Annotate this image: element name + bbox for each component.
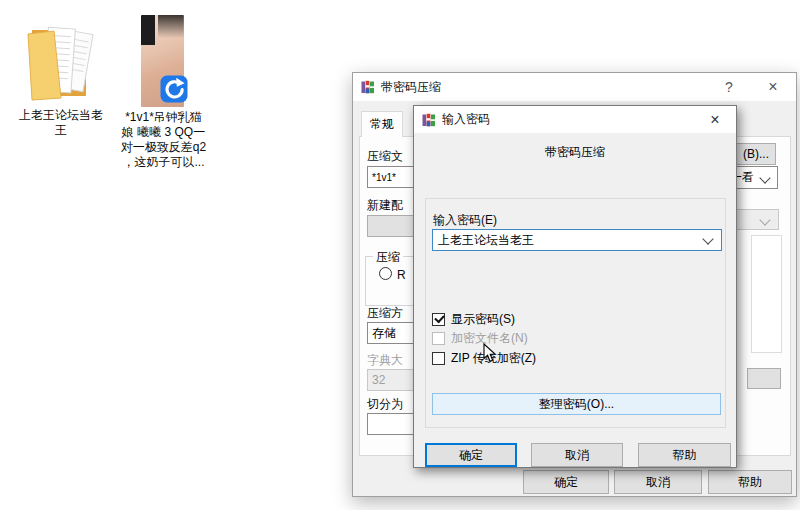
close-icon: ×	[768, 78, 777, 96]
inner-cancel-label: 取消	[565, 447, 589, 464]
format-radio[interactable]	[379, 267, 392, 280]
outer-help-label: 帮助	[738, 474, 762, 491]
outer-help-button-bottom[interactable]: 帮助	[708, 470, 792, 494]
format-radio-label: R	[397, 268, 406, 282]
inner-help-label: 帮助	[673, 447, 697, 464]
inner-cancel-button[interactable]: 取消	[531, 443, 623, 467]
browse-button-label: (B)...	[743, 147, 769, 161]
options-panel	[751, 235, 782, 353]
archive-operation-heading: 带密码压缩	[414, 144, 736, 161]
chevron-down-icon	[702, 233, 713, 244]
profile-label: 新建配	[367, 197, 403, 214]
inner-dialog-titlebar[interactable]: 输入密码	[414, 106, 736, 133]
archive-name-value: *1v1*	[368, 172, 396, 183]
checkbox-checked-icon	[432, 313, 445, 326]
checkbox-show-password[interactable]: 显示密码(S)	[432, 311, 515, 328]
archive-name-label: 压缩文	[367, 148, 403, 165]
outer-close-button[interactable]: ×	[758, 73, 788, 101]
organize-passwords-button[interactable]: 整理密码(O)...	[432, 393, 721, 415]
tab-general-label: 常规	[370, 116, 394, 133]
inner-help-button[interactable]: 帮助	[638, 443, 731, 467]
inner-ok-button[interactable]: 确定	[425, 443, 517, 467]
outer-cancel-button[interactable]: 取消	[614, 470, 702, 494]
compression-method-label: 压缩方	[367, 305, 403, 322]
enter-password-label: 输入密码(E)	[433, 212, 497, 229]
outer-ok-label: 确定	[554, 474, 578, 491]
split-volumes-label: 切分为	[367, 396, 403, 413]
file-label-line1: *1v1*吊钟乳猫	[115, 110, 212, 125]
winrar-icon	[422, 113, 436, 127]
password-value: 上老王论坛当老王	[433, 232, 704, 249]
dictionary-size-label: 字典大	[367, 352, 403, 369]
tab-general[interactable]: 常规	[361, 111, 403, 137]
organize-passwords-label: 整理密码(O)...	[539, 396, 614, 413]
file-label-line3: 对一极致反差q2	[115, 140, 212, 155]
folder-label-line2: 王	[2, 123, 120, 138]
folder-icon[interactable]	[24, 16, 98, 106]
chevron-down-icon	[759, 214, 770, 225]
inner-dialog-title: 输入密码	[442, 111, 490, 128]
outer-help-button[interactable]: ?	[714, 73, 744, 101]
mouse-cursor	[483, 343, 497, 363]
show-password-label: 显示密码(S)	[451, 311, 515, 328]
file-label-line2: 娘 曦曦 3 QQ一	[115, 125, 212, 140]
inner-close-button[interactable]: ×	[700, 106, 730, 133]
chevron-down-icon	[759, 172, 770, 183]
winrar-icon	[361, 80, 375, 94]
file-label-line4: ，这奶子可以...	[115, 155, 212, 170]
folder-label[interactable]: 上老王论坛当老 王	[2, 108, 120, 138]
video-app-badge-icon	[160, 75, 188, 103]
close-icon: ×	[710, 111, 719, 129]
outer-ok-button[interactable]: 确定	[523, 470, 609, 494]
archive-format-group-label: 压缩	[373, 249, 403, 266]
help-icon: ?	[725, 79, 733, 95]
password-combo[interactable]: 上老王论坛当老王	[432, 229, 722, 251]
checkbox-unchecked-icon	[432, 332, 445, 345]
outer-dialog-title: 带密码压缩	[381, 79, 441, 96]
outer-cancel-label: 取消	[646, 474, 670, 491]
checkbox-unchecked-icon	[432, 352, 445, 365]
image-file-label[interactable]: *1v1*吊钟乳猫 娘 曦曦 3 QQ一 对一极致反差q2 ，这奶子可以...	[115, 110, 212, 170]
folder-glyph	[24, 16, 98, 106]
right-small-button[interactable]	[747, 368, 781, 389]
folder-label-line1: 上老王论坛当老	[2, 108, 120, 123]
inner-ok-label: 确定	[459, 447, 483, 464]
checkbox-encrypt-filenames: 加密文件名(N)	[432, 330, 528, 347]
enter-password-dialog: 输入密码 × 带密码压缩 输入密码(E) 上老王论坛当老王 显示密码(S) 加密…	[413, 105, 737, 468]
